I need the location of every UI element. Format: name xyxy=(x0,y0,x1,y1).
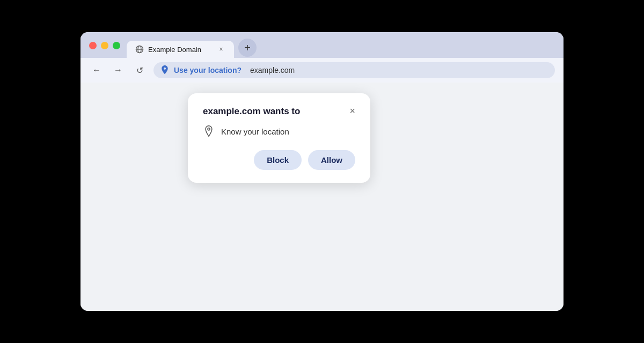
page-content: example.com wants to × Know your locatio… xyxy=(80,83,564,311)
address-bar-wrapper: Use your location? example.com xyxy=(153,62,555,78)
address-domain: example.com xyxy=(250,66,295,74)
reload-button[interactable]: ↺ xyxy=(132,63,147,78)
popup-actions: Block Allow xyxy=(203,150,355,170)
popup-title: example.com wants to xyxy=(203,106,300,117)
allow-button[interactable]: Allow xyxy=(308,150,355,170)
tab-area: Example Domain × + xyxy=(127,39,555,58)
browser-window: Example Domain × + ← → ↺ Use your locati… xyxy=(80,32,564,311)
minimize-window-button[interactable] xyxy=(101,42,108,49)
popup-header: example.com wants to × xyxy=(203,106,355,117)
globe-icon xyxy=(135,45,144,54)
use-location-text: Use your location? xyxy=(174,66,241,74)
traffic-lights xyxy=(89,42,120,55)
forward-button[interactable]: → xyxy=(111,63,126,78)
permission-location-icon xyxy=(203,125,215,137)
location-pin-icon xyxy=(160,65,170,75)
back-button[interactable]: ← xyxy=(89,63,104,78)
close-window-button[interactable] xyxy=(89,42,97,49)
permission-label: Know your location xyxy=(221,127,289,136)
popup-close-button[interactable]: × xyxy=(349,106,355,116)
address-bar[interactable]: Use your location? example.com xyxy=(153,62,555,78)
tab-close-button[interactable]: × xyxy=(217,45,225,54)
browser-tab[interactable]: Example Domain × xyxy=(127,41,234,58)
maximize-window-button[interactable] xyxy=(113,42,120,49)
title-bar: Example Domain × + xyxy=(80,32,564,58)
permission-popup: example.com wants to × Know your locatio… xyxy=(188,93,370,183)
block-button[interactable]: Block xyxy=(254,150,302,170)
popup-permission-row: Know your location xyxy=(203,125,355,137)
new-tab-button[interactable]: + xyxy=(238,39,257,57)
nav-bar: ← → ↺ Use your location? example.com xyxy=(80,58,564,83)
tab-title: Example Domain xyxy=(148,46,213,54)
svg-point-3 xyxy=(208,128,210,130)
